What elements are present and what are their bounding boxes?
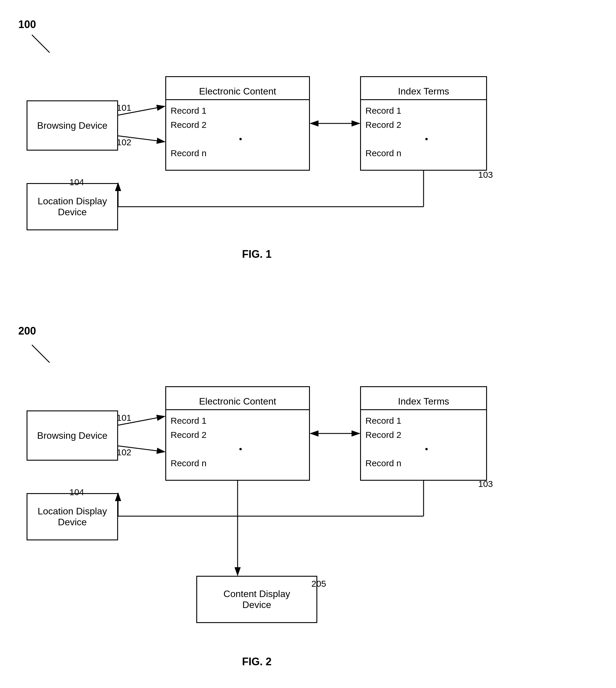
svg-line-4 xyxy=(32,35,50,52)
fig1-index-terms-body: Record 1 Record 2 • Record n xyxy=(361,100,486,164)
fig2-index-terms-body: Record 1 Record 2 • Record n xyxy=(361,410,486,474)
fig1-location-display-line2: Device xyxy=(58,207,87,218)
fig1-electronic-content-title: Electronic Content xyxy=(166,83,309,100)
page-container: 100 Browsing Device Electronic Content R… xyxy=(0,0,616,688)
fig1-ref102: 102 xyxy=(116,137,131,147)
fig2-ref102: 102 xyxy=(116,447,131,457)
fig1-location-display-box: Location Display Device xyxy=(26,183,118,230)
fig1-ref103: 103 xyxy=(478,170,493,180)
fig2-content-display-box: Content Display Device xyxy=(196,576,317,623)
fig2-index-terms-box: Index Terms Record 1 Record 2 • Record n xyxy=(360,386,487,481)
fig2-location-display-line2: Device xyxy=(58,517,87,528)
fig2-electronic-content-body: Record 1 Record 2 • Record n xyxy=(166,410,309,474)
fig1-browsing-device-label: Browsing Device xyxy=(37,120,107,131)
fig2-ref101: 101 xyxy=(116,413,131,423)
fig1-browsing-device-box: Browsing Device xyxy=(26,101,118,151)
fig2-browsing-device-label: Browsing Device xyxy=(37,430,107,441)
fig1-electronic-content-box: Electronic Content Record 1 Record 2 • R… xyxy=(165,76,310,171)
fig2-location-display-line1: Location Display xyxy=(38,506,107,517)
fig1-index-terms-title: Index Terms xyxy=(361,83,486,100)
fig1-diagram-label: 100 xyxy=(18,18,36,31)
fig1-ref104: 104 xyxy=(69,177,84,187)
fig2-ref104: 104 xyxy=(69,487,84,497)
fig2-location-display-box: Location Display Device xyxy=(26,493,118,540)
fig1-ref101: 101 xyxy=(116,103,131,113)
fig2-ref205: 205 xyxy=(311,579,326,589)
fig2-electronic-content-box: Electronic Content Record 1 Record 2 • R… xyxy=(165,386,310,481)
fig2-electronic-content-title: Electronic Content xyxy=(166,393,309,410)
fig2-content-display-line1: Content Display xyxy=(223,588,290,599)
fig2-content-display-line2: Device xyxy=(242,599,271,610)
fig2-browsing-device-box: Browsing Device xyxy=(26,410,118,460)
fig2-ref103: 103 xyxy=(478,479,493,489)
fig2-index-terms-title: Index Terms xyxy=(361,393,486,410)
fig1-caption: FIG. 1 xyxy=(242,248,271,260)
fig1-location-display-line1: Location Display xyxy=(38,196,107,207)
fig1-index-terms-box: Index Terms Record 1 Record 2 • Record n xyxy=(360,76,487,171)
fig2-caption: FIG. 2 xyxy=(242,655,271,668)
fig2-diagram-label: 200 xyxy=(18,325,36,337)
fig1-electronic-content-body: Record 1 Record 2 • Record n xyxy=(166,100,309,164)
svg-line-11 xyxy=(32,345,50,363)
